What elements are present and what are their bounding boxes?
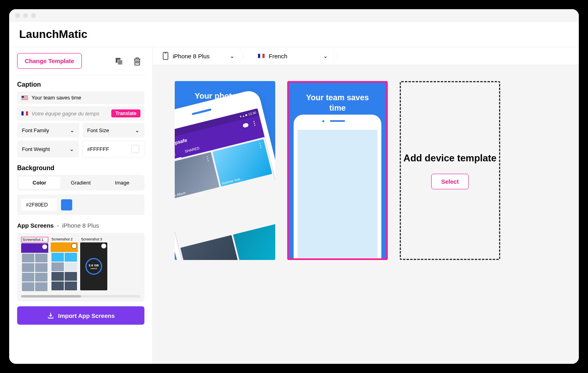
- app-screens-dash: -: [57, 222, 59, 229]
- delete-icon[interactable]: [130, 54, 144, 68]
- add-device-template-card: Add device template Select: [400, 81, 500, 260]
- phone-mockup-straight: [294, 115, 381, 258]
- screenshots-list: Screenshot 1 Screenshot 2: [21, 237, 140, 291]
- screenshot-preview: 3.8 GB saved: [80, 242, 107, 290]
- bg-tab-image[interactable]: Image: [101, 177, 143, 189]
- album-label-1: Main Album: [175, 191, 186, 198]
- background-section-title: Background: [17, 165, 144, 172]
- screenshot-preview: [21, 243, 48, 291]
- caption-section-title: Caption: [17, 81, 144, 88]
- add-device-title: Add device template: [403, 152, 496, 164]
- chevron-down-icon: ⌄: [69, 146, 74, 152]
- album-label-2: Summer Holi...: [221, 177, 243, 186]
- phone-time: 12:30: [248, 111, 257, 116]
- chevron-down-icon: ⌄: [323, 53, 328, 59]
- screenshot-thumb-2[interactable]: Screenshot 2: [51, 237, 78, 291]
- caption-en-text: Your team saves time: [32, 95, 81, 101]
- screenshot-label: Screenshot 1: [21, 237, 48, 242]
- chevron-down-icon: ⌄: [70, 127, 75, 133]
- phone-screen-empty: [298, 130, 377, 258]
- font-size-label: Font Size: [87, 127, 109, 133]
- font-color-input[interactable]: #FFFFFF: [82, 141, 145, 157]
- screenshot-thumb-1[interactable]: Screenshot 1: [21, 237, 48, 291]
- font-weight-select[interactable]: Font Weight ⌄: [17, 141, 79, 157]
- thumb-badge-icon: [101, 243, 107, 249]
- app-window: LaunchMatic Change Template Caption Your…: [8, 8, 580, 365]
- bg-tab-color[interactable]: Color: [19, 177, 60, 189]
- caption-en-input[interactable]: Your team saves time: [17, 91, 144, 104]
- screenshots-scrollbar[interactable]: [21, 295, 140, 298]
- flag-us-icon: [21, 95, 28, 100]
- flag-fr-icon: [258, 54, 265, 58]
- phone-app-name: Keepsafe: [175, 137, 187, 148]
- breadcrumb-bar: iPhone 8 Plus ⌄ French ⌄: [153, 47, 579, 65]
- screenshot-thumb-3[interactable]: Screenshot 3 3.8 GB saved: [80, 237, 107, 291]
- main-area: Change Template Caption Your team saves …: [9, 47, 579, 364]
- app-screens-device: iPhone 8 Plus: [62, 222, 99, 229]
- select-template-button[interactable]: Select: [431, 174, 469, 189]
- bg-color-row: #2F80ED: [17, 194, 144, 215]
- phone-mockup-tilted: ▾▴■12:30 Keepsafe ⋮ PRIVATE SHARED: [175, 89, 275, 260]
- app-title: LaunchMatic: [19, 28, 569, 41]
- scrollbar-thumb: [21, 295, 81, 298]
- sidebar: Change Template Caption Your team saves …: [9, 47, 153, 364]
- app-screens-header: App Screens - iPhone 8 Plus: [17, 222, 144, 229]
- cloud-icon: [243, 123, 249, 128]
- device-card-1[interactable]: Your photos are always safe ▾▴■12:30 Kee…: [175, 81, 275, 260]
- translate-button[interactable]: Translate: [111, 109, 140, 117]
- app-header: LaunchMatic: [9, 22, 579, 47]
- thumb3-text: 3.8 GB: [89, 264, 99, 267]
- chevron-down-icon: ⌄: [230, 53, 235, 59]
- chevron-down-icon: ⌄: [135, 127, 140, 133]
- device-caption-2: Your team saves time: [289, 83, 386, 118]
- screenshot-label: Screenshot 3: [80, 237, 107, 242]
- language-crumb[interactable]: French ⌄: [244, 47, 338, 65]
- phone-icon: [162, 52, 169, 60]
- device-crumb[interactable]: iPhone 8 Plus ⌄: [153, 47, 244, 65]
- duplicate-icon[interactable]: [112, 54, 126, 68]
- background-tabs: Color Gradient Image: [17, 175, 144, 190]
- screenshots-container: Screenshot 1 Screenshot 2: [17, 233, 144, 302]
- svg-rect-1: [118, 60, 122, 65]
- import-label: Import App Screens: [58, 312, 115, 319]
- thumb-badge-icon: [42, 244, 47, 250]
- bg-tab-gradient[interactable]: Gradient: [60, 177, 102, 189]
- caption-fr-placeholder: Votre équipe gagne du temps: [32, 111, 108, 117]
- window-control-close[interactable]: [15, 13, 20, 18]
- content-area: iPhone 8 Plus ⌄ French ⌄ Your photos are…: [153, 47, 579, 364]
- font-family-label: Font Family: [22, 127, 49, 133]
- bg-color-swatch[interactable]: [61, 199, 72, 210]
- device-card-2[interactable]: Your team saves time: [287, 81, 388, 260]
- app-screens-title: App Screens: [17, 222, 54, 229]
- bg-color-input[interactable]: #2F80ED: [21, 198, 57, 211]
- screenshot-preview: [51, 242, 78, 290]
- sidebar-top-actions: Change Template: [17, 53, 144, 75]
- thumb-badge-icon: [71, 243, 77, 249]
- caption-fr-input[interactable]: Votre équipe gagne du temps Translate: [17, 106, 144, 121]
- flag-fr-icon: [21, 111, 28, 116]
- window-control-minimize[interactable]: [23, 13, 28, 18]
- screenshot-label: Screenshot 2: [51, 237, 78, 242]
- font-family-select[interactable]: Font Family ⌄: [17, 123, 79, 137]
- font-weight-label: Font Weight: [22, 146, 50, 152]
- thumb3-sub: saved: [91, 267, 97, 270]
- change-template-button[interactable]: Change Template: [17, 53, 82, 69]
- window-control-maximize[interactable]: [31, 13, 36, 18]
- window-titlebar: [9, 9, 579, 22]
- language-crumb-label: French: [269, 53, 288, 60]
- font-color-value: #FFFFFF: [87, 146, 109, 152]
- import-app-screens-button[interactable]: Import App Screens: [17, 306, 144, 325]
- font-color-swatch: [131, 145, 139, 153]
- font-size-select[interactable]: Font Size ⌄: [83, 123, 145, 137]
- device-crumb-label: iPhone 8 Plus: [173, 53, 210, 60]
- canvas: Your photos are always safe ▾▴■12:30 Kee…: [153, 65, 579, 364]
